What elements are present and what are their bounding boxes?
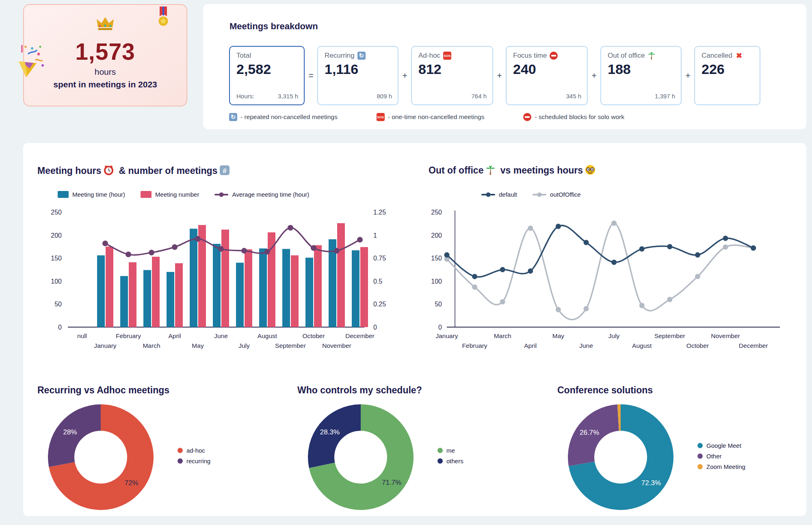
stat-card-value: 2,582 [236, 61, 297, 77]
stat-card-label: Out of office [608, 52, 674, 60]
avg-line-series[interactable] [102, 225, 363, 258]
svg-text:January: January [94, 342, 116, 349]
combo-chart-legend: Meeting time (hour)Meeting numberAverage… [58, 191, 309, 198]
line-title-text-2: vs meetings hours [500, 165, 583, 176]
meeting-hours-bar-chart[interactable]: 05010015020025000.250.50.7511.25nullJanu… [39, 203, 401, 354]
sos-icon: SOS [443, 52, 451, 60]
stat-card-recurring[interactable]: Recurring↻1,116809 h [317, 46, 398, 105]
stat-card-hours: 764 h [418, 93, 487, 100]
svg-text:May: May [192, 342, 204, 349]
stat-card-focus-time[interactable]: Focus time240345 h [506, 46, 588, 105]
svg-text:1: 1 [373, 232, 377, 239]
svg-text:June: June [214, 332, 228, 339]
conference-solutions-donut[interactable]: 72.3%26.7% [566, 402, 676, 512]
legend-item[interactable]: Zoom Meeting [697, 463, 745, 470]
svg-text:72.3%: 72.3% [641, 479, 661, 487]
svg-text:August: August [258, 332, 277, 339]
svg-text:28.3%: 28.3% [320, 428, 340, 436]
legend-item[interactable]: Meeting number [141, 191, 199, 198]
legend-item[interactable]: Other [697, 453, 745, 460]
svg-text:0: 0 [58, 324, 62, 331]
combo-title-text-1: Meeting hours [37, 165, 101, 176]
svg-text:September: September [275, 342, 306, 349]
svg-text:September: September [654, 332, 685, 339]
svg-text:100: 100 [431, 278, 442, 285]
line-series-outOfOffice[interactable] [444, 221, 756, 320]
svg-text:November: November [711, 332, 740, 339]
svg-text:#: # [223, 167, 227, 175]
operator: + [588, 46, 600, 105]
svg-text:February: February [116, 332, 141, 339]
donut-title-conference: Conference solutions [557, 385, 653, 396]
svg-text:26.7%: 26.7% [580, 429, 599, 436]
schedule-control-donut[interactable]: 71.7%28.3% [306, 402, 416, 512]
hash-keycap-icon: # [219, 167, 230, 178]
svg-text:200: 200 [431, 232, 442, 239]
stat-card-hours: Hours:3,315 h [236, 93, 298, 100]
svg-text:50: 50 [435, 301, 442, 308]
stat-card-label: Total [236, 52, 297, 60]
legend-item[interactable]: Google Meet [697, 442, 745, 449]
stat-card-total[interactable]: Total2,582Hours:3,315 h [229, 46, 305, 105]
combo-title-text-2: & number of meetings [119, 165, 218, 176]
operator: = [305, 46, 317, 105]
donut-title-recurring: Recurring vs Adhoc meetings [37, 385, 169, 396]
legend-item[interactable]: ad-hoc [178, 447, 210, 454]
stat-card-hours: 1,397 h [608, 93, 675, 100]
stat-card-label: Focus time [513, 52, 580, 60]
svg-text:February: February [462, 342, 487, 349]
svg-text:July: July [608, 332, 620, 339]
stat-row: Total2,582Hours:3,315 h=Recurring↻1,1168… [229, 46, 760, 105]
svg-text:June: June [579, 342, 593, 349]
svg-text:200: 200 [51, 232, 62, 239]
stat-card-label: Cancelled✖ [702, 52, 753, 60]
legend-item[interactable]: Meeting time (hour) [58, 191, 125, 198]
no-entry-icon [523, 113, 531, 121]
svg-text:January: January [435, 332, 458, 339]
svg-text:250: 250 [431, 209, 442, 216]
svg-text:December: December [345, 332, 375, 339]
svg-text:December: December [739, 342, 768, 349]
breakdown-title: Meetings breakdown [230, 21, 318, 32]
line-series-default[interactable] [444, 224, 756, 279]
stat-card-value: 188 [608, 61, 674, 77]
legend-item[interactable]: Average meeting time (hour) [214, 191, 309, 198]
svg-text:100: 100 [51, 278, 62, 285]
svg-text:May: May [552, 332, 565, 339]
summary-caption: spent in meetings in 2023 [24, 80, 186, 89]
stat-card-value: 240 [513, 61, 580, 77]
legend-item[interactable]: others [437, 458, 463, 464]
svg-text:0: 0 [373, 324, 377, 331]
medal-icon [156, 7, 170, 32]
palm-tree-icon [485, 167, 496, 177]
stat-card-out-of-office[interactable]: Out of office1881,397 h [600, 46, 682, 105]
legend-item[interactable]: default [481, 191, 517, 198]
svg-text:28%: 28% [63, 428, 77, 436]
conference-solutions-legend: Google MeetOtherZoom Meeting [697, 442, 745, 470]
legend-item[interactable]: me [437, 447, 463, 454]
recurring-vs-adhoc-donut[interactable]: 72%28% [46, 402, 156, 512]
sos-icon: SOS [377, 113, 385, 121]
legend-item[interactable]: outOfOffice [533, 191, 581, 198]
meetings-breakdown-card: Meetings breakdown Total2,582Hours:3,315… [203, 4, 806, 129]
operator: + [398, 46, 411, 105]
stat-card-hours: 345 h [513, 93, 581, 100]
summary-hours-value: 1,573 [24, 38, 186, 65]
svg-text:null: null [77, 332, 87, 339]
svg-text:July: July [238, 342, 250, 349]
breakdown-legend-item: - scheduled blocks for solo work [523, 113, 624, 121]
combo-chart-title: Meeting hours & number of meetings# [37, 165, 232, 178]
svg-text:October: October [302, 332, 325, 339]
stat-card-cancelled[interactable]: Cancelled✖226 [694, 46, 760, 105]
svg-text:72%: 72% [124, 479, 138, 487]
svg-text:0.75: 0.75 [373, 255, 386, 262]
legend-item[interactable]: recurring [178, 458, 210, 464]
stat-card-value: 1,116 [325, 61, 391, 77]
out-of-office-line-chart[interactable]: 050100150200250JanuaryFebruaryMarchApril… [422, 203, 800, 354]
svg-text:March: March [494, 332, 511, 339]
donut-slice-others[interactable] [308, 404, 361, 468]
svg-text:71.7%: 71.7% [382, 479, 401, 486]
stat-card-ad-hoc[interactable]: Ad-hocSOS812764 h [411, 46, 493, 105]
svg-text:0: 0 [438, 324, 442, 331]
breakdown-legend-item: SOS- one-time non-cancelled meetings [377, 113, 485, 121]
